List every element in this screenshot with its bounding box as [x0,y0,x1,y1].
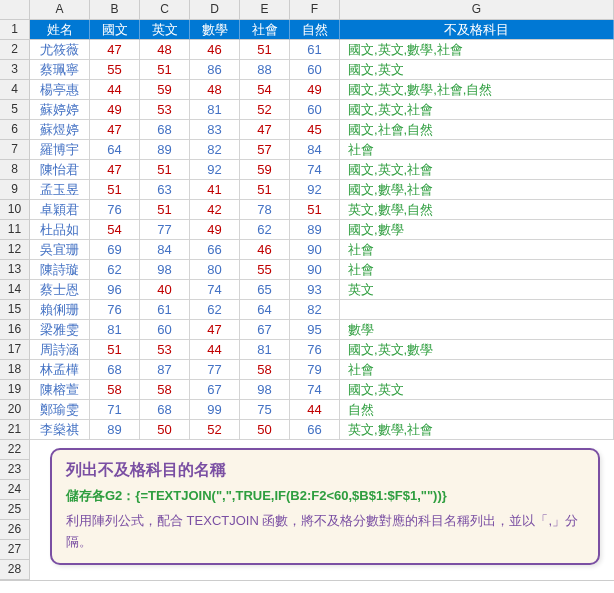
header-math[interactable]: 數學 [190,20,240,40]
cell-score[interactable]: 89 [290,220,340,240]
cell-score[interactable]: 47 [90,120,140,140]
row-header[interactable]: 3 [0,60,30,80]
cell-score[interactable]: 62 [190,300,240,320]
cell-score[interactable]: 82 [290,300,340,320]
cell-score[interactable]: 67 [240,320,290,340]
cell-score[interactable]: 59 [140,80,190,100]
cell-score[interactable]: 40 [140,280,190,300]
row-header[interactable]: 4 [0,80,30,100]
col-header-A[interactable]: A [30,0,90,20]
cell-score[interactable]: 82 [190,140,240,160]
cell-score[interactable]: 89 [90,420,140,440]
row-header[interactable]: 28 [0,560,30,580]
cell-score[interactable]: 66 [190,240,240,260]
col-header-E[interactable]: E [240,0,290,20]
cell-score[interactable]: 77 [190,360,240,380]
cell-score[interactable]: 86 [190,60,240,80]
cell-score[interactable]: 50 [140,420,190,440]
cell-name[interactable]: 鄭瑜雯 [30,400,90,420]
col-header-D[interactable]: D [190,0,240,20]
cell-fail-subjects[interactable] [340,300,614,320]
cell-score[interactable]: 62 [90,260,140,280]
cell-score[interactable]: 60 [290,100,340,120]
cell-score[interactable]: 58 [90,380,140,400]
cell-score[interactable]: 88 [240,60,290,80]
cell-score[interactable]: 68 [140,120,190,140]
cell-name[interactable]: 卓穎君 [30,200,90,220]
cell-score[interactable]: 84 [140,240,190,260]
cell-name[interactable]: 李燊祺 [30,420,90,440]
cell-score[interactable]: 98 [240,380,290,400]
cell-score[interactable]: 76 [90,200,140,220]
cell-score[interactable]: 44 [90,80,140,100]
cell-score[interactable]: 44 [290,400,340,420]
cell-name[interactable]: 蔡士恩 [30,280,90,300]
cell-score[interactable]: 60 [290,60,340,80]
cell-fail-subjects[interactable]: 數學 [340,320,614,340]
col-header-G[interactable]: G [340,0,614,20]
cell-score[interactable]: 55 [90,60,140,80]
row-header[interactable]: 8 [0,160,30,180]
cell-fail-subjects[interactable]: 國文,英文 [340,60,614,80]
cell-score[interactable]: 80 [190,260,240,280]
row-header[interactable]: 23 [0,460,30,480]
row-header[interactable]: 9 [0,180,30,200]
cell-score[interactable]: 90 [290,260,340,280]
cell-score[interactable]: 92 [290,180,340,200]
cell-score[interactable]: 51 [140,160,190,180]
cell-name[interactable]: 陳怡君 [30,160,90,180]
cell-name[interactable]: 尤筱薇 [30,40,90,60]
cell-score[interactable]: 90 [290,240,340,260]
cell-name[interactable]: 蘇煜婷 [30,120,90,140]
cell-fail-subjects[interactable]: 英文,數學,社會 [340,420,614,440]
cell-score[interactable]: 51 [140,60,190,80]
row-header[interactable]: 27 [0,540,30,560]
row-header[interactable]: 21 [0,420,30,440]
row-header[interactable]: 13 [0,260,30,280]
row-header[interactable]: 2 [0,40,30,60]
cell-score[interactable]: 66 [290,420,340,440]
col-header-B[interactable]: B [90,0,140,20]
cell-score[interactable]: 93 [290,280,340,300]
cell-score[interactable]: 57 [240,140,290,160]
cell-score[interactable]: 83 [190,120,240,140]
cell-score[interactable]: 49 [290,80,340,100]
cell-score[interactable]: 48 [140,40,190,60]
cell-fail-subjects[interactable]: 國文,英文,數學,社會 [340,40,614,60]
cell-score[interactable]: 51 [290,200,340,220]
cell-score[interactable]: 54 [240,80,290,100]
header-science[interactable]: 自然 [290,20,340,40]
cell-score[interactable]: 68 [90,360,140,380]
cell-fail-subjects[interactable]: 國文,英文 [340,380,614,400]
cell-score[interactable]: 71 [90,400,140,420]
cell-fail-subjects[interactable]: 國文,社會,自然 [340,120,614,140]
cell-fail-subjects[interactable]: 國文,數學 [340,220,614,240]
cell-name[interactable]: 孟玉昱 [30,180,90,200]
cell-name[interactable]: 蔡珮寧 [30,60,90,80]
row-header[interactable]: 5 [0,100,30,120]
cell-score[interactable]: 64 [90,140,140,160]
cell-score[interactable]: 58 [240,360,290,380]
cell-fail-subjects[interactable]: 自然 [340,400,614,420]
cell-score[interactable]: 47 [240,120,290,140]
cell-score[interactable]: 98 [140,260,190,280]
cell-fail-subjects[interactable]: 社會 [340,140,614,160]
row-header[interactable]: 16 [0,320,30,340]
cell-name[interactable]: 陳詩璇 [30,260,90,280]
cell-score[interactable]: 81 [240,340,290,360]
cell-score[interactable]: 47 [190,320,240,340]
cell-fail-subjects[interactable]: 英文,數學,自然 [340,200,614,220]
cell-score[interactable]: 47 [90,40,140,60]
col-header-F[interactable]: F [290,0,340,20]
cell-score[interactable]: 42 [190,200,240,220]
row-header[interactable]: 22 [0,440,30,460]
cell-score[interactable]: 78 [240,200,290,220]
row-header[interactable]: 24 [0,480,30,500]
cell-score[interactable]: 49 [90,100,140,120]
row-header[interactable]: 10 [0,200,30,220]
cell-score[interactable]: 61 [140,300,190,320]
header-social[interactable]: 社會 [240,20,290,40]
cell-fail-subjects[interactable]: 國文,英文,社會 [340,100,614,120]
cell-score[interactable]: 74 [290,380,340,400]
cell-score[interactable]: 62 [240,220,290,240]
